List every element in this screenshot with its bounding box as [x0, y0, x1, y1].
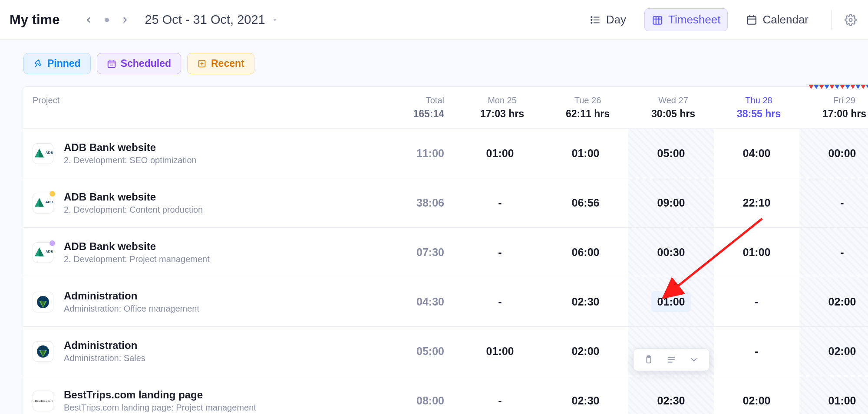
svg-point-14 [849, 18, 852, 21]
today-button[interactable] [98, 11, 116, 29]
timesheet-tbody: ADB ADB Bank website 2. Development: SEO… [23, 129, 868, 414]
svg-rect-6 [653, 16, 662, 24]
view-timesheet[interactable]: Timesheet [644, 8, 728, 31]
svg-point-2 [591, 19, 592, 20]
time-cell-mon[interactable]: - [457, 178, 543, 228]
time-cell-tue[interactable]: 01:00 [543, 129, 628, 178]
schedule-icon [107, 59, 116, 69]
body: Pinned Scheduled Recent Project Total165… [0, 40, 868, 414]
time-cell-fri[interactable]: 02:00 [799, 327, 868, 376]
time-cell-tue[interactable]: 06:56 [543, 178, 628, 228]
time-cell-thu[interactable]: - [714, 277, 799, 327]
project-icon [33, 292, 53, 312]
time-cell-thu[interactable]: 04:00 [714, 129, 799, 178]
time-cell-fri[interactable]: 01:00 [799, 376, 868, 414]
time-cell-tue[interactable]: 02:00 [543, 327, 628, 376]
calendar-icon [746, 14, 757, 26]
svg-rect-10 [748, 16, 756, 24]
date-range-picker[interactable]: 25 Oct - 31 Oct, 2021 [145, 13, 278, 27]
col-thu-header[interactable]: Thu 2838:55 hrs [714, 87, 799, 129]
chevron-left-icon [84, 16, 93, 24]
list-icon [590, 14, 601, 26]
chevron-down-icon [689, 355, 699, 365]
svg-rect-16 [108, 61, 115, 67]
project-cell[interactable]: Administration Administration: Sales [23, 327, 370, 376]
date-range-label: 25 Oct - 31 Oct, 2021 [145, 13, 265, 27]
time-cell-mon[interactable]: - [457, 228, 543, 277]
time-cell-wed[interactable]: 09:00 [628, 178, 714, 228]
pill-pinned[interactable]: Pinned [23, 53, 91, 74]
time-cell-fri[interactable]: 02:00 [799, 277, 868, 327]
time-cell-mon[interactable]: 01:00 [457, 327, 543, 376]
project-subtitle: 2. Development: Content production [64, 205, 203, 215]
project-icon: ADB [33, 242, 53, 263]
recent-icon [197, 59, 207, 69]
project-title: ADB Bank website [64, 141, 197, 154]
col-total-header: Total165:14 [370, 87, 457, 129]
project-subtitle: 2. Development: SEO optimization [64, 155, 197, 165]
dot-icon [105, 18, 109, 22]
svg-line-15 [35, 65, 37, 67]
table-row: Administration Administration: Office ma… [23, 277, 868, 327]
page-title: My time [10, 12, 59, 28]
project-cell[interactable]: ADB ADB Bank website 2. Development: Con… [23, 178, 370, 228]
time-cell-thu[interactable]: 02:00 [714, 376, 799, 414]
time-cell-thu[interactable]: 01:00 [714, 228, 799, 277]
row-total: 07:30 [370, 228, 457, 277]
prev-week-button[interactable] [79, 11, 98, 29]
col-mon-header[interactable]: Mon 2517:03 hrs [457, 87, 543, 129]
time-cell-thu[interactable]: 22:10 [714, 178, 799, 228]
timesheet-icon [652, 14, 663, 26]
project-cell[interactable]: ADB ADB Bank website 2. Development: SEO… [23, 129, 370, 178]
project-title: Administration [64, 290, 199, 302]
chevron-right-icon [121, 16, 129, 24]
pill-scheduled[interactable]: Scheduled [97, 53, 181, 74]
view-calendar[interactable]: Calendar [739, 9, 815, 31]
time-cell-thu[interactable]: - [714, 327, 799, 376]
time-cell-wed[interactable]: 00:30 [628, 228, 714, 277]
toolbar-description-button[interactable] [666, 354, 677, 365]
project-subtitle: BestTrips.com landing page: Project mana… [64, 403, 256, 413]
project-cell[interactable]: Administration Administration: Office ma… [23, 277, 370, 327]
project-subtitle: 2. Development: Project management [64, 254, 210, 264]
toolbar-note-button[interactable] [643, 354, 654, 365]
time-cell-wed[interactable]: 02:30 [628, 376, 714, 414]
project-cell[interactable]: ADB ADB Bank website 2. Development: Pro… [23, 228, 370, 277]
project-icon: BestTrips.com [33, 391, 53, 411]
settings-button[interactable] [831, 10, 857, 30]
time-cell-wed[interactable]: - [628, 327, 714, 376]
pill-recent-label: Recent [211, 58, 244, 69]
pill-pinned-label: Pinned [47, 58, 81, 69]
time-cell-fri[interactable]: - [799, 228, 868, 277]
row-total: 11:00 [370, 129, 457, 178]
pill-scheduled-label: Scheduled [121, 58, 171, 69]
view-day[interactable]: Day [583, 9, 633, 31]
row-total: 38:06 [370, 178, 457, 228]
svg-point-4 [591, 22, 592, 23]
time-cell-mon[interactable]: - [457, 277, 543, 327]
col-tue-header[interactable]: Tue 2662:11 hrs [543, 87, 628, 129]
view-calendar-label: Calendar [762, 13, 809, 26]
time-cell-mon[interactable]: - [457, 376, 543, 414]
time-cell-fri[interactable]: - [799, 178, 868, 228]
project-cell[interactable]: BestTrips.com BestTrips.com landing page… [23, 376, 370, 414]
toolbar-expand-button[interactable] [688, 354, 700, 365]
time-cell-tue[interactable]: 06:00 [543, 228, 628, 277]
pill-recent[interactable]: Recent [187, 53, 254, 74]
text-lines-icon [667, 355, 676, 365]
time-cell-fri[interactable]: 00:00 [799, 129, 868, 178]
next-week-button[interactable] [116, 11, 134, 29]
time-cell-tue[interactable]: 02:30 [543, 277, 628, 327]
view-day-label: Day [606, 13, 626, 26]
project-title: Administration [64, 339, 145, 352]
time-cell-mon[interactable]: 01:00 [457, 129, 543, 178]
col-project-header: Project [23, 87, 370, 129]
time-cell-tue[interactable]: 02:30 [543, 376, 628, 414]
col-wed-header[interactable]: Wed 2730:05 hrs [628, 87, 714, 129]
time-cell-wed[interactable]: 01:00 [628, 277, 714, 327]
view-timesheet-label: Timesheet [668, 13, 720, 26]
clipboard-icon [644, 355, 653, 365]
project-icon: ADB [33, 143, 53, 164]
time-cell-wed[interactable]: 05:00 [628, 129, 714, 178]
col-fri-header[interactable]: Fri 2917:00 hrs [799, 87, 868, 129]
